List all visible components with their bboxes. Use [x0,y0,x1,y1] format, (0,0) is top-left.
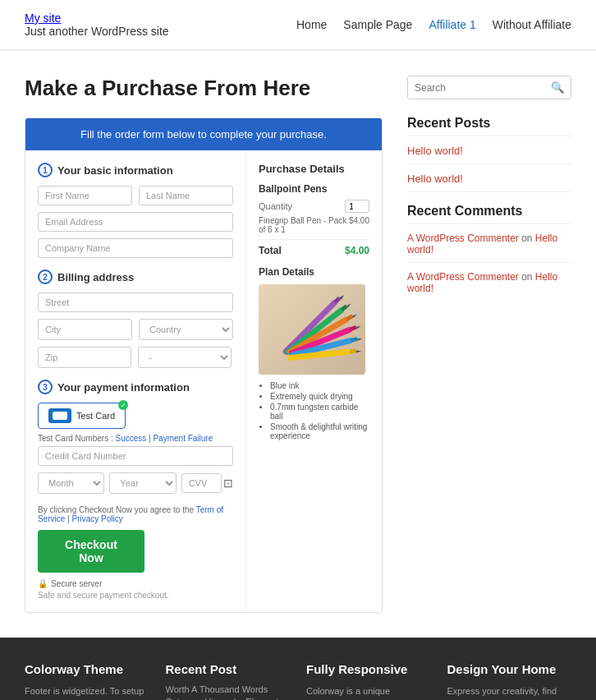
card-icon [48,408,71,423]
purchase-box: Fill the order form below to complete yo… [25,117,383,613]
comment-on-2: on [521,271,535,283]
card-number-input[interactable] [38,446,233,466]
last-name-input[interactable] [139,186,233,205]
nav-affiliate1[interactable]: Affiliate 1 [429,18,475,31]
post-link-1[interactable]: Hello world! [407,145,571,157]
section-billing: 2 Billing address Country [38,269,233,368]
qty-label: Quantity [259,201,292,211]
recent-comments-title: Recent Comments [407,204,571,224]
card-icon-inner [53,412,67,420]
pen-image [259,284,365,375]
main-container: Make a Purchase From Here Fill the order… [0,51,596,638]
qty-input[interactable] [345,200,369,213]
month-select[interactable]: Month [38,472,104,494]
section2-heading: 2 Billing address [38,269,233,284]
purchase-details-title: Purchase Details [259,163,369,175]
page-heading: Make a Purchase From Here [25,76,383,101]
payment-row: Month Year ⊡ [38,472,233,494]
site-branding: My site Just another WordPress site [25,12,169,38]
footer-col-1-text: Footer is widgetized. To setup the foote… [25,684,149,700]
footer-col-1: Colorway Theme Footer is widgetized. To … [25,662,149,700]
street-input[interactable] [38,292,233,312]
purchase-box-header: Fill the order form below to complete yo… [25,118,382,150]
section1-title: Your basic information [57,164,173,177]
sidebar-divider-1 [407,163,571,164]
safe-text: Safe and secure payment checkout. [38,591,233,600]
total-row: Total $4.00 [259,239,369,256]
cvv-input[interactable] [181,473,222,493]
checkout-button[interactable]: Checkout Now [38,530,144,573]
pen-svg [259,284,365,375]
recent-posts-title: Recent Posts [407,116,571,136]
form-body: 1 Your basic information [25,150,382,612]
search-input[interactable] [408,76,544,99]
name-row [38,186,233,205]
comment-author-1[interactable]: A WordPress Commenter [407,233,519,244]
comment-1: A WordPress Commenter on Hello world! [407,233,571,256]
form-left: 1 Your basic information [25,150,246,612]
first-name-input[interactable] [38,186,132,205]
bullet-1: Blue ink [270,381,369,390]
zip-input[interactable] [38,347,131,368]
footer-link-2[interactable]: Category Hierarchy Elements [166,697,291,700]
nav-home[interactable]: Home [296,18,327,31]
section3-heading: 3 Your payment information [38,380,233,394]
site-header: My site Just another WordPress site Home… [0,0,596,50]
bullet-4: Smooth & delightful writing experience [270,422,369,440]
failure-link[interactable]: Payment Failure [153,434,213,443]
terms-text: By clicking Checkout Now you agree to th… [38,505,233,523]
footer-col-1-title: Colorway Theme [25,662,149,676]
footer-col-3: Fully Responsive Colorway is a unique re… [306,662,431,700]
country-select[interactable]: Country [139,319,233,340]
bullet-2: Extremely quick drying [270,392,369,401]
qty-row: Quantity [259,200,369,213]
section3-num: 3 [38,380,53,394]
site-title[interactable]: My site [25,12,169,25]
city-country-row: Country [38,319,233,340]
nav-sample-page[interactable]: Sample Page [343,18,412,31]
card-label: Test Card [76,411,115,421]
zip-select[interactable]: - [138,347,232,368]
plan-details-title: Plan Details [259,266,369,278]
cvv-icon: ⊡ [223,477,233,490]
footer-col-3-text: Colorway is a unique responsive WordPres… [306,684,431,700]
section2-num: 2 [38,269,53,284]
year-select[interactable]: Year [109,472,176,494]
bullet-list: Blue ink Extremely quick drying 0.7mm tu… [259,381,369,440]
sidebar-divider-2 [407,191,571,192]
item-price: $4.00 [349,216,369,234]
cvv-wrap: ⊡ [181,472,233,494]
footer-col-4-title: Design Your Home [447,662,572,676]
company-row [38,238,233,258]
test-card-button[interactable]: Test Card ✓ [38,403,126,429]
total-label: Total [259,245,282,256]
sidebar: 🔍 Recent Posts Hello world! Hello world!… [407,76,571,613]
search-button[interactable]: 🔍 [544,76,571,99]
item-label: Finegrip Ball Pen - Pack of 6 x 1 [259,216,349,234]
email-input[interactable] [38,212,233,232]
search-box: 🔍 [407,76,571,99]
section-payment: 3 Your payment information Test Card ✓ [38,380,233,494]
comment-on-1: on [521,233,535,244]
product-name: Ballpoint Pens [259,183,369,195]
nav-without-affiliate[interactable]: Without Affiliate [493,18,571,31]
comment-2: A WordPress Commenter on Hello world! [407,271,571,294]
footer-col-4-text: Express your creativity, find inspiratio… [447,684,572,700]
section1-heading: 1 Your basic information [38,163,233,177]
content-area: Make a Purchase From Here Fill the order… [25,76,383,613]
site-tagline: Just another WordPress site [25,25,169,38]
privacy-link[interactable]: Privacy Policy [72,514,123,523]
post-link-2[interactable]: Hello world! [407,173,571,185]
footer-col-4: Design Your Home Express your creativity… [447,662,572,700]
site-title-link[interactable]: My site [25,12,61,25]
success-link[interactable]: Success [115,434,146,443]
check-badge: ✓ [118,400,128,410]
footer-dark: Colorway Theme Footer is widgetized. To … [0,638,596,700]
zip-row: - [38,347,233,368]
city-input[interactable] [38,319,132,340]
footer-col-2: Recent Post Worth A Thousand Words Categ… [166,662,291,700]
comment-author-2[interactable]: A WordPress Commenter [407,271,519,283]
footer-link-1[interactable]: Worth A Thousand Words [166,684,291,694]
lock-icon: 🔒 [38,579,48,588]
company-input[interactable] [38,238,233,258]
